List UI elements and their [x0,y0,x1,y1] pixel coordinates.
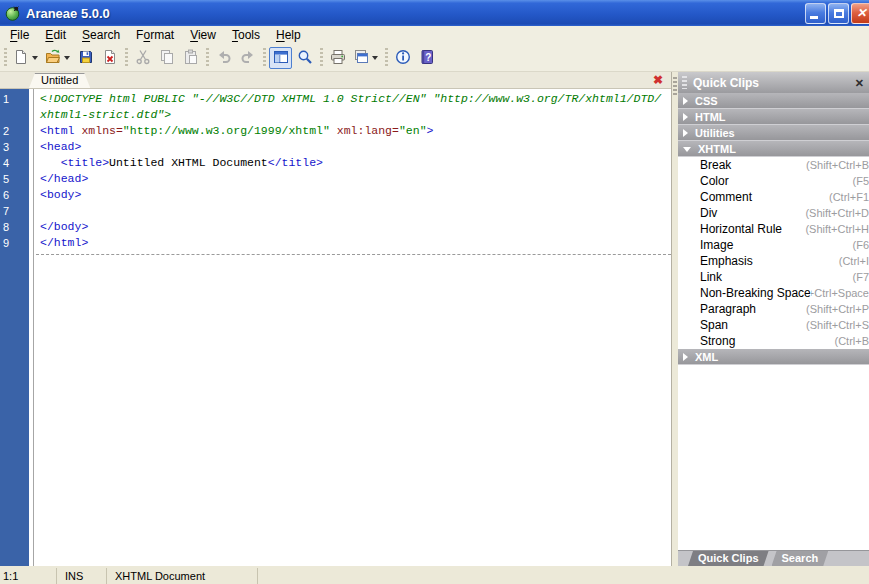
clip-item-span[interactable]: Span(Shift+Ctrl+S [678,317,869,333]
statusbar: 1:1INSXHTML Document [0,566,869,584]
maximize-button[interactable] [828,3,849,24]
splitter-grip-icon [673,77,677,97]
clip-label: Non-Breaking Space [700,286,811,300]
new-button[interactable] [10,47,41,69]
help-button[interactable]: ? [415,47,438,69]
undo-icon [216,49,232,68]
clip-item-link[interactable]: Link(F7 [678,269,869,285]
panel-close-icon[interactable] [855,76,864,90]
undo-button [212,47,235,69]
save-button[interactable] [74,47,97,69]
app-icon [5,5,21,21]
clip-item-paragraph[interactable]: Paragraph(Shift+Ctrl+P [678,301,869,317]
clip-item-div[interactable]: Div(Shift+Ctrl+D [678,205,869,221]
status-document-type: XHTML Document [107,568,258,584]
redo-icon [240,49,256,68]
titlebar[interactable]: Araneae 5.0.0 [0,0,869,26]
copy-icon [159,49,175,68]
code-line: 4 <title>Untitled XHTML Document</title> [0,155,671,171]
toolbar-group [212,47,259,69]
tabbar: Untitled [0,72,671,89]
dropdown-caret-icon[interactable] [64,56,70,60]
paste-button [179,47,202,69]
section-html[interactable]: HTML [678,109,869,125]
section-xml[interactable]: XML [678,349,869,365]
code-text: <body> [29,187,81,203]
code-text: </html> [29,235,88,251]
line-number: 6 [0,187,29,203]
menu-help[interactable]: Help [268,26,309,45]
close-tab-icon[interactable] [653,73,663,87]
clip-label: Emphasis [700,254,753,268]
section-label: XML [695,351,718,363]
clip-item-horizontal-rule[interactable]: Horizontal Rule(Shift+Ctrl+H [678,221,869,237]
section-label: HTML [695,111,726,123]
toolbar-grip-icon [320,48,323,68]
print-button[interactable] [326,47,349,69]
clip-item-comment[interactable]: Comment(Ctrl+F1 [678,189,869,205]
line-number: 3 [0,139,29,155]
clip-shortcut: (Shift+Ctrl+B [731,159,869,171]
close-button[interactable] [851,3,869,24]
clip-item-non-breaking-space[interactable]: Non-Breaking Space(Shift+Ctrl+Space [678,285,869,301]
line-number: 5 [0,171,29,187]
quick-clips-panel: Quick Clips CSSHTMLUtilitiesXHTMLBreak(S… [678,72,869,566]
code-text: <head> [29,139,81,155]
close-document-button[interactable] [98,47,121,69]
line-number: 9 [0,235,29,251]
chevron-right-icon [683,113,688,121]
zoom-button[interactable] [293,47,316,69]
print-icon [330,49,346,68]
toolbar-grip-icon [206,48,209,68]
code-text: <title>Untitled XHTML Document</title> [29,155,323,171]
window-title: Araneae 5.0.0 [26,6,110,21]
menu-view[interactable]: View [182,26,224,45]
code-line: 7 [0,203,671,219]
clip-shortcut: (Ctrl+B [735,335,869,347]
clip-item-break[interactable]: Break(Shift+Ctrl+B [678,157,869,173]
section-label: XHTML [698,143,736,155]
status-insert-mode: INS [57,568,107,584]
menu-tools[interactable]: Tools [224,26,268,45]
new-page-icon [13,49,29,68]
clips-list: CSSHTMLUtilitiesXHTMLBreak(Shift+Ctrl+BC… [678,93,869,550]
menu-format[interactable]: Format [128,26,182,45]
browser-preview-button[interactable] [350,47,381,69]
menu-search[interactable]: Search [74,26,128,45]
cut-button [131,47,154,69]
section-xhtml[interactable]: XHTML [678,141,869,157]
clip-label: Strong [700,334,735,348]
panel-splitter[interactable] [671,72,678,566]
toggle-panel-button[interactable] [269,47,292,69]
tab-untitled[interactable]: Untitled [29,73,90,88]
panel-drag-grip-icon[interactable] [682,76,687,89]
section-css[interactable]: CSS [678,93,869,109]
clip-item-color[interactable]: Color(F5 [678,173,869,189]
toolbar-grip-icon [125,48,128,68]
minimize-button[interactable] [805,3,826,24]
clip-label: Paragraph [700,302,756,316]
section-utilities[interactable]: Utilities [678,125,869,141]
panel-tab-search[interactable]: Search [772,551,829,566]
code-line: 3<head> [0,139,671,155]
dropdown-caret-icon[interactable] [372,56,378,60]
clip-item-strong[interactable]: Strong(Ctrl+B [678,333,869,349]
code-line: 2<html xmlns="http://www.w3.org/1999/xht… [0,123,671,139]
clip-item-emphasis[interactable]: Emphasis(Ctrl+I [678,253,869,269]
info-button[interactable] [391,47,414,69]
open-button[interactable] [42,47,73,69]
menu-edit[interactable]: Edit [37,26,74,45]
panel-tab-quick-clips[interactable]: Quick Clips [688,551,769,566]
code-editor[interactable]: 1<!DOCTYPE html PUBLIC "-//W3C//DTD XHTM… [0,89,671,566]
line-number: 4 [0,155,29,171]
chevron-right-icon [683,97,688,105]
panel-header[interactable]: Quick Clips [678,72,869,93]
clip-shortcut: (F6 [733,239,869,251]
paste-icon [183,49,199,68]
menu-file[interactable]: File [2,26,37,45]
clip-item-image[interactable]: Image(F6 [678,237,869,253]
clip-label: Link [700,270,722,284]
dropdown-caret-icon[interactable] [32,56,38,60]
help-icon: ? [419,49,435,68]
clip-shortcut: (F5 [729,175,869,187]
